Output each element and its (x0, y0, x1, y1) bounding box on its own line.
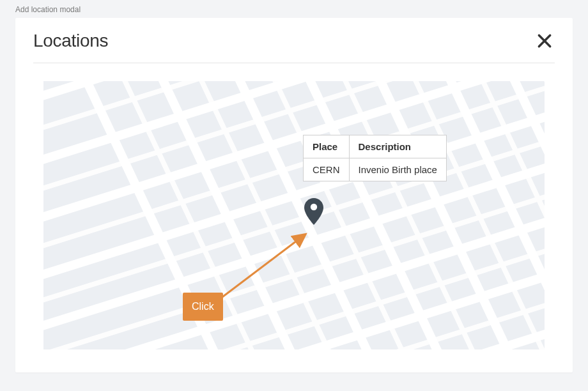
cell-place: CERN (304, 158, 350, 181)
figure-caption: Add location modal (15, 0, 573, 18)
close-button[interactable] (534, 31, 555, 51)
modal-body: Place Description CERN Invenio Birth pla… (33, 63, 555, 372)
close-icon (536, 33, 553, 49)
map-background (43, 81, 545, 349)
map-area[interactable]: Place Description CERN Invenio Birth pla… (43, 81, 545, 349)
modal-header: Locations (33, 18, 555, 63)
table-row: CERN Invenio Birth place (304, 158, 447, 181)
cell-description: Invenio Birth place (349, 158, 446, 181)
table-header-row: Place Description (304, 135, 447, 158)
page-container: Add location modal Locations (0, 0, 588, 388)
modal-title: Locations (33, 31, 108, 51)
click-badge: Click (183, 293, 223, 321)
col-header-place: Place (304, 135, 350, 158)
location-popup: Place Description CERN Invenio Birth pla… (303, 135, 447, 181)
col-header-description: Description (349, 135, 446, 158)
add-location-modal: Locations (15, 18, 573, 372)
